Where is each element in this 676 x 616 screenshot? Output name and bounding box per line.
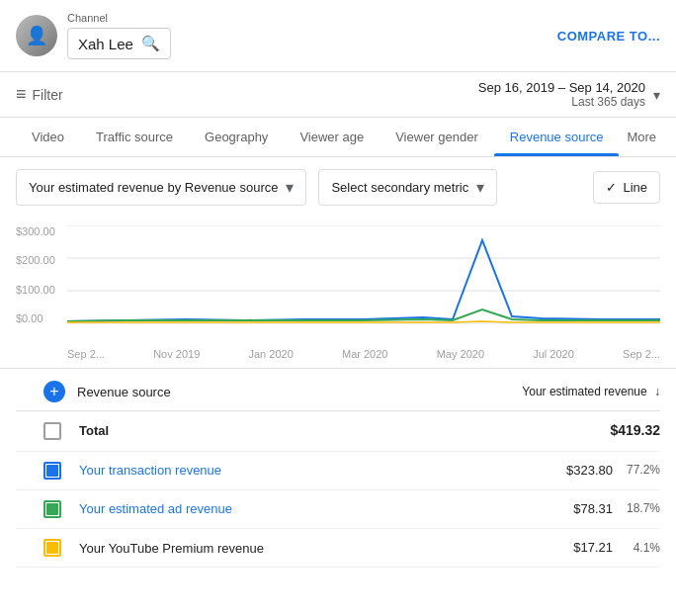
secondary-metric-dropdown[interactable]: Select secondary metric ▾ [318,169,497,206]
chart-inner [67,225,660,344]
tab-more[interactable]: More [619,118,664,156]
metric-label: Your estimated revenue by Revenue source [29,180,278,195]
date-range[interactable]: Sep 16, 2019 – Sep 14, 2020 Last 365 day… [478,80,660,109]
metric-dropdown[interactable]: Your estimated revenue by Revenue source… [16,169,306,206]
x-label-jan2020: Jan 2020 [248,348,293,360]
filter-left[interactable]: ≡ Filter [16,84,63,105]
chart-container: $300.00 $200.00 $100.00 $0.00 Sep 2... N [0,218,676,368]
y-label-100: $100.00 [16,284,55,296]
y-label-0: $0.00 [16,312,55,324]
row-transaction-pct: 77.2% [621,462,660,479]
x-label-mar2020: Mar 2020 [342,348,387,360]
channel-block: Channel Xah Lee 🔍 [67,12,171,59]
filter-icon: ≡ [16,84,27,105]
date-range-text: Sep 16, 2019 – Sep 14, 2020 [478,80,645,95]
secondary-label: Select secondary metric [331,180,468,195]
row-ad-amount: $78.31 [553,500,613,518]
row-total-label: Total [79,423,109,438]
metric-chevron-icon: ▾ [286,178,294,197]
x-label-nov2019: Nov 2019 [153,348,200,360]
channel-label: Channel [67,12,171,24]
table-row: Your YouTube Premium revenue $17.21 4.1% [16,529,660,568]
table-row: Total $419.32 [16,411,660,452]
secondary-chevron-icon: ▾ [476,178,484,197]
compare-button[interactable]: COMPARE TO... [557,29,660,44]
row-total-revenue: $419.32 [482,421,660,441]
y-axis: $300.00 $200.00 $100.00 $0.00 [16,225,55,324]
filter-bar: ≡ Filter Sep 16, 2019 – Sep 14, 2020 Las… [0,72,676,118]
row-transaction-revenue: $323.80 77.2% [482,462,660,480]
col-revenue-header[interactable]: Your estimated revenue ↓ [482,384,660,400]
line-button[interactable]: ✓ Line [593,171,660,204]
date-sub-label: Last 365 days [478,95,645,109]
chart-area: $300.00 $200.00 $100.00 $0.00 [16,225,660,344]
check-icon: ✓ [606,180,617,195]
y-label-200: $200.00 [16,254,55,266]
table-row: Your transaction revenue $323.80 77.2% [16,452,660,490]
table-row: Your estimated ad revenue $78.31 18.7% [16,490,660,529]
col-revenue-label: Your estimated revenue [522,385,646,398]
row-ad-pct: 18.7% [621,500,660,517]
tab-revenue-source[interactable]: Revenue source [494,118,620,156]
channel-info: 👤 Channel Xah Lee 🔍 [16,12,171,59]
row-transaction-label[interactable]: Your transaction revenue [79,463,221,478]
x-label-jul2020: Jul 2020 [533,348,574,360]
tab-viewer-age[interactable]: Viewer age [284,118,380,156]
row-premium-amount: $17.21 [553,539,613,557]
table-section: + Revenue source Your estimated revenue … [0,369,676,568]
plus-icon[interactable]: + [43,381,65,402]
channel-name: Xah Lee [78,36,133,52]
tab-video[interactable]: Video [16,118,80,156]
tab-traffic-source[interactable]: Traffic source [80,118,189,156]
row-transaction-amount: $323.80 [553,462,613,480]
x-label-sep2020: Sep 2... [623,348,660,360]
line-label: Line [623,180,647,195]
x-label-sep2019: Sep 2... [67,348,105,360]
tab-geography[interactable]: Geography [189,118,284,156]
row-transaction-source: Your transaction revenue [16,462,482,480]
date-chevron-icon: ▾ [653,87,660,103]
search-icon[interactable]: 🔍 [141,35,160,52]
row-ad-label[interactable]: Your estimated ad revenue [79,501,232,516]
total-checkbox[interactable] [43,422,61,440]
y-label-300: $300.00 [16,225,55,237]
avatar: 👤 [16,15,57,56]
row-ad-revenue: $78.31 18.7% [482,500,660,518]
transaction-checkbox[interactable] [43,462,61,480]
filter-label: Filter [33,87,63,103]
channel-search[interactable]: Xah Lee 🔍 [67,28,171,59]
header: 👤 Channel Xah Lee 🔍 COMPARE TO... [0,0,676,72]
table-header: + Revenue source Your estimated revenue … [16,369,660,411]
row-total-amount: $419.32 [601,421,660,441]
tab-viewer-gender[interactable]: Viewer gender [380,118,494,156]
x-label-may2020: May 2020 [437,348,484,360]
row-premium-label: Your YouTube Premium revenue [79,541,264,556]
sort-icon: ↓ [654,385,660,398]
row-premium-source: Your YouTube Premium revenue [16,539,482,557]
col-source-header: + Revenue source [16,381,482,402]
tabs-bar: Video Traffic source Geography Viewer ag… [0,118,676,157]
ad-checkbox[interactable] [43,500,61,518]
x-axis: Sep 2... Nov 2019 Jan 2020 Mar 2020 May … [67,348,660,368]
premium-checkbox[interactable] [43,539,61,557]
row-premium-pct: 4.1% [621,540,660,557]
row-premium-revenue: $17.21 4.1% [482,539,660,557]
row-total-source: Total [16,422,482,440]
controls-bar: Your estimated revenue by Revenue source… [0,157,676,218]
chart-svg [67,225,660,324]
row-ad-source: Your estimated ad revenue [16,500,482,518]
col-source-label: Revenue source [77,385,171,399]
